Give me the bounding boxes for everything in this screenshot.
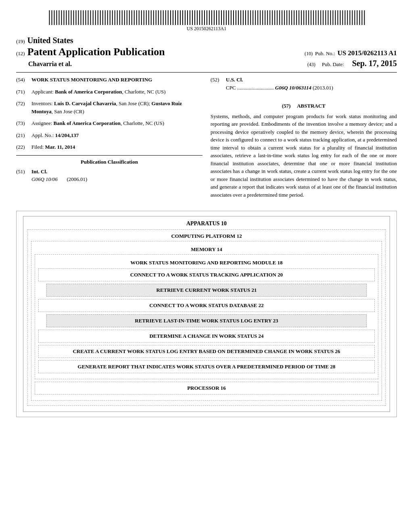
- abstract-title: ABSTRACT: [297, 103, 325, 109]
- memory-box: MEMORY 14 WORK STATUS MONITORING AND REP…: [31, 241, 382, 401]
- create-num: 26: [335, 348, 340, 354]
- field-22-label-text: Filed:: [31, 144, 45, 150]
- abstract-num: (57): [282, 103, 291, 109]
- abstract-header: (57) ABSTRACT: [211, 102, 397, 110]
- module-box: WORK STATUS MONITORING AND REPORTING MOD…: [35, 254, 378, 379]
- field-51: (51) Int. Cl. G06Q 10/06 (2006.01): [16, 168, 202, 183]
- app-title: Patent Application Publication: [27, 46, 165, 58]
- header-divider: [16, 72, 397, 73]
- field-54-value: WORK STATUS MONITORING AND REPORTING: [31, 76, 202, 84]
- pub-no-value: US 2015/0262113 A1: [338, 49, 397, 57]
- field-71-num: (71): [16, 88, 31, 96]
- field-21-value: Appl. No.: 14/204,137: [31, 131, 202, 139]
- field-73-label-text: Assignee:: [31, 120, 54, 126]
- field-22: (22) Filed: Mar. 11, 2014: [16, 143, 202, 151]
- diagram-container: APPARATUS 10 COMPUTING PLATFORM 12 MEMOR…: [16, 211, 397, 417]
- retrieve-log-box: RETRIEVE LAST-IN-TIME WORK STATUS LOG EN…: [46, 314, 367, 327]
- field-21-num: (21): [16, 131, 31, 139]
- field-54-label: WORK STATUS MONITORING AND REPORTING: [31, 77, 152, 83]
- retrieve-log-num: 23: [273, 318, 278, 324]
- determine-label: DETERMINE A CHANGE IN WORK STATUS: [149, 333, 257, 339]
- field-52-num: (52): [211, 76, 226, 91]
- apparatus-num: 10: [221, 220, 227, 227]
- retrieve-status-num: 21: [251, 287, 257, 293]
- field-52-cpc-row: CPC ............................ G06Q 10…: [226, 84, 397, 92]
- field-71: (71) Applicant: Bank of America Corporat…: [16, 88, 202, 96]
- field-73: (73) Assignee: Bank of America Corporati…: [16, 119, 202, 127]
- connect-app-label: CONNECT TO A WORK STATUS TRACKING APPLIC…: [130, 272, 276, 278]
- field-51-code: G06Q 10/06: [31, 176, 58, 182]
- apparatus-label: APPARATUS: [186, 220, 220, 227]
- retrieve-status-label: RETRIEVE CURRENT WORK STATUS: [156, 287, 250, 293]
- field-22-num: (22): [16, 143, 31, 151]
- pub-date-label: Pub. Date:: [322, 61, 344, 68]
- field-52-cpc-label: CPC: [226, 85, 236, 91]
- field-52-cpc-year: (2013.01): [313, 85, 333, 91]
- field-71-label-text: Applicant:: [31, 89, 55, 95]
- create-label: CREATE A CURRENT WORK STATUS LOG ENTRY B…: [73, 348, 334, 354]
- pub-no-label: Pub. No.:: [315, 50, 335, 57]
- connect-db-label: CONNECT TO A WORK STATUS DATABASE: [149, 302, 257, 308]
- right-column: (52) U.S. Cl. CPC ......................…: [211, 76, 397, 203]
- field-73-num: (73): [16, 119, 31, 127]
- field-52-cpc-dots: ............................: [237, 85, 275, 91]
- pub-class-divider: [16, 155, 202, 156]
- pub-date-num: (43): [307, 62, 315, 68]
- field-21: (21) Appl. No.: 14/204,137: [16, 131, 202, 139]
- field-72-inventor1: Luis D. Carvajal Chavarria: [54, 100, 116, 106]
- field-21-label-text: Appl. No.:: [31, 132, 55, 138]
- field-54: (54) WORK STATUS MONITORING AND REPORTIN…: [16, 76, 202, 84]
- determine-num: 24: [259, 333, 264, 339]
- inventor-name: Chavarria et al.: [28, 60, 72, 68]
- field-22-date: Mar. 11, 2014: [45, 144, 75, 150]
- field-51-year: (2006.01): [67, 176, 87, 182]
- barcode-image: ||||||||||||||||||||||||||||||||||||||||…: [48, 8, 365, 24]
- create-box: CREATE A CURRENT WORK STATUS LOG ENTRY B…: [38, 345, 375, 358]
- generate-box: GENERATE REPORT THAT INDICATES WORK STAT…: [38, 360, 375, 373]
- header-section: (19) United States (12) Patent Applicati…: [16, 36, 397, 68]
- connect-app-num: 20: [277, 272, 283, 278]
- app-num: (12): [16, 50, 25, 57]
- pub-number-text: US 20150262113A1: [187, 26, 227, 31]
- generate-num: 28: [330, 364, 335, 370]
- field-71-applicant: Bank of America Corporation: [55, 89, 122, 95]
- apparatus-outer-box: APPARATUS 10 COMPUTING PLATFORM 12 MEMOR…: [23, 216, 390, 412]
- field-52-cpc-value: G06Q 10/063114: [275, 85, 311, 91]
- connect-db-box: CONNECT TO A WORK STATUS DATABASE 22: [38, 299, 375, 312]
- processor-box: PROCESSOR 16: [35, 382, 378, 395]
- module-title: WORK STATUS MONITORING AND REPORTING MOD…: [38, 260, 375, 266]
- main-content: (54) WORK STATUS MONITORING AND REPORTIN…: [16, 76, 397, 203]
- abstract-text: Systems, methods, and computer program p…: [211, 112, 397, 199]
- generate-label: GENERATE REPORT THAT INDICATES WORK STAT…: [78, 364, 329, 370]
- field-57: (57) ABSTRACT Systems, methods, and comp…: [211, 102, 397, 199]
- field-51-value: Int. Cl. G06Q 10/06 (2006.01): [31, 168, 202, 183]
- field-51-code-row: G06Q 10/06 (2006.01): [31, 175, 202, 183]
- connect-db-num: 22: [259, 302, 264, 308]
- field-52-label: U.S. Cl.: [226, 76, 397, 84]
- apparatus-title: APPARATUS 10: [27, 220, 386, 227]
- field-72-num: (72): [16, 100, 31, 115]
- field-52-value: U.S. Cl. CPC ...........................…: [226, 76, 397, 91]
- pub-date-value: Sep. 17, 2015: [352, 59, 397, 68]
- field-71-value: Applicant: Bank of America Corporation, …: [31, 88, 202, 96]
- connect-app-box: CONNECT TO A WORK STATUS TRACKING APPLIC…: [38, 268, 375, 281]
- field-51-label: Int. Cl.: [31, 168, 202, 176]
- field-21-appl-no: 14/204,137: [55, 132, 79, 138]
- memory-title: MEMORY 14: [35, 246, 378, 253]
- field-72-label-text: Inventors:: [31, 100, 54, 106]
- field-72: (72) Inventors: Luis D. Carvajal Chavarr…: [16, 100, 202, 115]
- processor-num: 16: [221, 385, 226, 391]
- retrieve-log-label: RETRIEVE LAST-IN-TIME WORK STATUS LOG EN…: [135, 318, 271, 324]
- barcode-section: ||||||||||||||||||||||||||||||||||||||||…: [16, 8, 397, 24]
- processor-label: PROCESSOR: [187, 385, 219, 391]
- field-72-value: Inventors: Luis D. Carvajal Chavarria, S…: [31, 100, 202, 115]
- computing-platform-box: COMPUTING PLATFORM 12 MEMORY 14 WORK STA…: [27, 229, 386, 406]
- country-num: (19): [16, 38, 25, 45]
- determine-box: DETERMINE A CHANGE IN WORK STATUS 24: [38, 330, 375, 343]
- retrieve-status-box: RETRIEVE CURRENT WORK STATUS 21: [46, 284, 367, 297]
- field-52: (52) U.S. Cl. CPC ......................…: [211, 76, 397, 91]
- left-column: (54) WORK STATUS MONITORING AND REPORTIN…: [16, 76, 202, 203]
- pub-no-num: (10): [305, 51, 313, 57]
- field-54-num: (54): [16, 76, 31, 84]
- pub-number-center: US 20150262113A1: [16, 26, 397, 32]
